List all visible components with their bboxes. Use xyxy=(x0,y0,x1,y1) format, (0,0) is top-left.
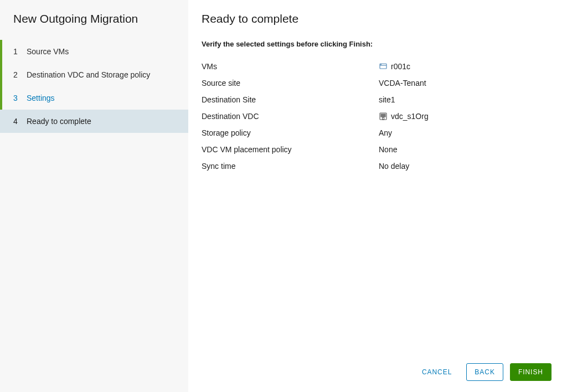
wizard-dialog: New Outgoing Migration 1 Source VMs 2 De… xyxy=(0,0,567,392)
svg-rect-5 xyxy=(383,114,384,115)
wizard-title: New Outgoing Migration xyxy=(0,12,188,34)
step-label: Source VMs xyxy=(27,47,69,56)
summary-value: VCDA-Tenant xyxy=(379,78,426,88)
step-ready-to-complete[interactable]: 4 Ready to complete xyxy=(0,110,188,133)
summary-label: Destination Site xyxy=(202,95,379,105)
step-number: 3 xyxy=(13,94,23,102)
step-label: Ready to complete xyxy=(27,117,91,126)
page-instruction: Verify the selected settings before clic… xyxy=(202,40,551,48)
wizard-sidebar: New Outgoing Migration 1 Source VMs 2 De… xyxy=(0,0,188,392)
summary-value: site1 xyxy=(379,95,395,105)
svg-rect-10 xyxy=(383,117,384,120)
step-number: 1 xyxy=(13,47,23,56)
wizard-footer: CANCEL BACK FINISH xyxy=(202,355,551,381)
summary-label: Source site xyxy=(202,78,379,88)
summary-value: vdc_s1Org xyxy=(391,111,429,121)
step-label: Settings xyxy=(27,94,55,102)
step-label: Destination VDC and Storage policy xyxy=(27,70,150,79)
summary-label: Sync time xyxy=(202,161,379,171)
summary-row-placement-policy: VDC VM placement policy None xyxy=(202,145,551,154)
summary-row-source-site: Source site VCDA-Tenant xyxy=(202,78,551,88)
summary-value: No delay xyxy=(379,161,409,171)
svg-rect-7 xyxy=(381,116,382,117)
step-settings[interactable]: 3 Settings xyxy=(0,86,188,110)
wizard-content: Ready to complete Verify the selected se… xyxy=(188,0,567,392)
step-number: 2 xyxy=(13,70,23,79)
page-title: Ready to complete xyxy=(202,12,551,25)
summary-value: None xyxy=(379,145,397,154)
wizard-steps: 1 Source VMs 2 Destination VDC and Stora… xyxy=(0,40,188,133)
svg-rect-4 xyxy=(381,114,382,115)
step-source-vms[interactable]: 1 Source VMs xyxy=(0,40,188,63)
step-number: 4 xyxy=(13,117,23,126)
datacenter-icon xyxy=(379,112,388,121)
summary-label: Destination VDC xyxy=(202,111,379,121)
svg-point-2 xyxy=(381,64,382,65)
svg-rect-9 xyxy=(384,116,385,117)
summary-label: Storage policy xyxy=(202,128,379,138)
step-destination-vdc[interactable]: 2 Destination VDC and Storage policy xyxy=(0,63,188,86)
svg-rect-8 xyxy=(383,116,384,117)
summary-row-vms: VMs r001c xyxy=(202,61,551,71)
finish-button[interactable]: FINISH xyxy=(510,363,551,381)
summary-row-destination-vdc: Destination VDC xyxy=(202,111,551,121)
svg-rect-6 xyxy=(384,114,385,115)
summary-label: VMs xyxy=(202,61,379,71)
summary-table: VMs r001c Source site VCDA-Tenant xyxy=(202,61,551,178)
vm-icon xyxy=(379,62,388,71)
summary-row-storage-policy: Storage policy Any xyxy=(202,128,551,138)
summary-row-sync-time: Sync time No delay xyxy=(202,161,551,171)
summary-value: r001c xyxy=(391,61,410,71)
summary-row-destination-site: Destination Site site1 xyxy=(202,95,551,105)
summary-value: Any xyxy=(379,128,392,138)
cancel-button[interactable]: CANCEL xyxy=(414,363,460,381)
summary-label: VDC VM placement policy xyxy=(202,145,379,154)
back-button[interactable]: BACK xyxy=(466,363,503,381)
